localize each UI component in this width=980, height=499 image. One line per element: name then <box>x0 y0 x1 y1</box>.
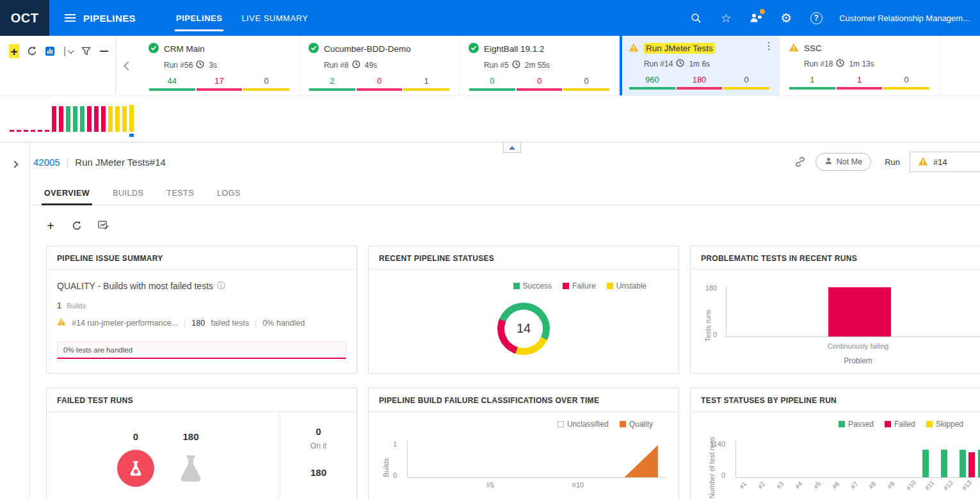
issue-reference-link[interactable]: #14 run-jmeter-performance... <box>72 319 178 328</box>
pipeline-name[interactable]: Cucumber-BDD-Demo <box>324 44 411 54</box>
pipeline-card-cucumber-bdd-demo[interactable]: Cucumber-BDD-Demo Run #8 49s 2 0 1 <box>300 36 460 95</box>
widget-title: FAILED TEST RUNS <box>47 388 357 412</box>
run-number: Run #14 <box>644 59 673 68</box>
app-logo[interactable]: OCT <box>0 0 49 36</box>
statuses-donut[interactable]: 14 <box>497 303 550 355</box>
add-pipeline-button[interactable]: + <box>9 44 19 58</box>
filter-icon[interactable] <box>81 44 91 58</box>
view-options-dropdown-icon[interactable]: | <box>63 44 73 58</box>
pipeline-name[interactable]: EightBall 19.1.2 <box>484 44 545 54</box>
card-menu-icon[interactable]: ⋮ <box>764 41 774 51</box>
copy-link-icon[interactable] <box>794 156 806 168</box>
test-status-bar[interactable] <box>941 450 947 477</box>
mini-histogram-bar[interactable] <box>101 102 106 132</box>
edit-dashboard-icon[interactable] <box>96 219 110 233</box>
tab-overview[interactable]: OVERVIEW <box>42 189 92 205</box>
not-me-button[interactable]: Not Me <box>815 153 871 171</box>
test-status-bar[interactable] <box>922 450 929 477</box>
mini-histogram-bar[interactable] <box>94 102 99 132</box>
run-duration: 2m 55s <box>525 61 550 70</box>
pipeline-name[interactable]: Run JMeter Tests <box>644 43 715 54</box>
module-title: PIPELINES <box>83 13 136 24</box>
tab-live-summary[interactable]: LIVE SUMMARY <box>232 0 317 36</box>
pipeline-name[interactable]: SSC <box>804 44 822 53</box>
builds-label: Builds <box>67 302 86 310</box>
donut-center-value: 14 <box>517 321 531 336</box>
mini-histogram-bar[interactable] <box>80 102 84 132</box>
run-number: Run #5 <box>484 61 509 70</box>
tab-tests[interactable]: TESTS <box>164 189 197 205</box>
pipeline-name[interactable]: CRM Main <box>164 44 205 54</box>
new-failures-stat[interactable]: 0 ✱ <box>111 431 160 499</box>
mini-histogram-bar[interactable] <box>122 102 127 132</box>
mini-histogram-bar[interactable] <box>59 102 63 132</box>
mini-histogram-bar[interactable] <box>108 102 113 132</box>
tab-logs[interactable]: LOGS <box>214 189 243 205</box>
quality-spike[interactable] <box>625 445 658 477</box>
favorites-star-icon[interactable]: ☆ <box>719 11 733 25</box>
help-icon[interactable]: ? <box>809 11 823 25</box>
problem-bar[interactable] <box>828 287 892 337</box>
pipeline-card-crm-main[interactable]: CRM Main Run #56 3s 44 17 0 <box>140 36 300 95</box>
mini-histogram-bar[interactable] <box>73 102 77 132</box>
collapse-strip-icon[interactable] <box>99 44 109 58</box>
expand-sidebar-icon[interactable] <box>8 158 21 171</box>
mini-histogram-bar[interactable] <box>45 102 49 132</box>
settings-gear-icon[interactable]: ⚙ <box>779 11 793 25</box>
pipeline-card-run-jmeter-tests[interactable]: Run JMeter Tests ⋮ Run #14 1m 6s 960 180… <box>620 36 780 95</box>
widget-test-statuses-by-run: TEST STATUSES BY PIPELINE RUN Passed Fai… <box>690 388 980 499</box>
mini-histogram-bar[interactable] <box>52 102 56 132</box>
passed-count: 0 <box>469 76 515 86</box>
mini-histogram-bar[interactable] <box>17 102 21 132</box>
widget-failure-classifications: PIPELINE BUILD FAILURE CLASSIFICATIONS O… <box>368 388 679 499</box>
test-status-bar[interactable] <box>968 452 975 477</box>
mini-histogram-bar[interactable] <box>66 102 70 132</box>
pipeline-card-eightball[interactable]: EightBall 19.1.2 Run #5 2m 55s 0 0 0 <box>460 36 620 95</box>
widget-title: TEST STATUSES BY PIPELINE RUN <box>691 388 980 412</box>
problematic-plot <box>726 285 980 337</box>
legend-label: Unclassified <box>567 420 609 429</box>
tab-builds[interactable]: BUILDS <box>110 189 146 205</box>
warning-icon <box>918 157 928 168</box>
report-icon[interactable] <box>45 44 55 58</box>
new-failures-count: 0 <box>111 431 160 442</box>
on-it-total: 180 <box>280 467 357 478</box>
info-icon[interactable]: ⓘ <box>217 280 225 292</box>
clock-icon <box>676 59 684 69</box>
mini-histogram-bar[interactable] <box>115 102 120 132</box>
on-it-panel: 0 On it 180 <box>280 412 357 499</box>
mini-histogram-bar[interactable] <box>24 102 28 132</box>
mini-histogram-bar[interactable] <box>129 102 134 132</box>
entity-id-link[interactable]: 42005 <box>33 157 60 168</box>
refresh-icon[interactable] <box>27 44 37 58</box>
collapse-panel-button[interactable] <box>503 143 521 153</box>
classifications-plot: #5 #10 <box>407 441 666 478</box>
mini-histogram-bar[interactable] <box>10 102 14 132</box>
run-duration: 3s <box>209 61 217 70</box>
tab-pipelines[interactable]: PIPELINES <box>166 0 232 36</box>
top-navigation-bar: OCT PIPELINES PIPELINES LIVE SUMMARY ☆ ⚙… <box>0 0 980 36</box>
workspace-selector[interactable]: Customer Relationship Managem... <box>839 13 970 23</box>
mini-histogram-bar[interactable] <box>31 102 35 132</box>
pipeline-card-ssc[interactable]: SSC Run #18 1m 13s 1 1 0 <box>780 36 940 95</box>
test-status-bar[interactable] <box>960 450 966 477</box>
hamburger-menu-icon[interactable] <box>65 14 76 22</box>
legend-label: Failure <box>572 281 596 290</box>
quality-legend-swatch <box>620 421 626 427</box>
search-icon[interactable] <box>689 11 703 25</box>
run-selector-dropdown[interactable]: #14 <box>910 152 980 172</box>
mini-histogram-bar[interactable] <box>38 102 42 132</box>
test-counts: 0 0 0 <box>469 76 610 91</box>
x-tick: #5 <box>486 481 494 489</box>
run-number: Run #56 <box>164 61 193 70</box>
add-widget-icon[interactable]: + <box>44 219 58 233</box>
mini-histogram-bar[interactable] <box>87 102 92 132</box>
notifications-icon[interactable] <box>749 11 763 25</box>
scroll-cards-left-icon[interactable] <box>116 36 140 95</box>
refresh-icon[interactable] <box>70 219 84 233</box>
failed-legend-swatch <box>885 421 891 427</box>
run-duration: 49s <box>365 61 377 70</box>
skipped-count: 0 <box>723 75 769 84</box>
total-failures-stat[interactable]: 180 <box>166 431 215 499</box>
run-x-tick: #11 <box>924 479 936 491</box>
